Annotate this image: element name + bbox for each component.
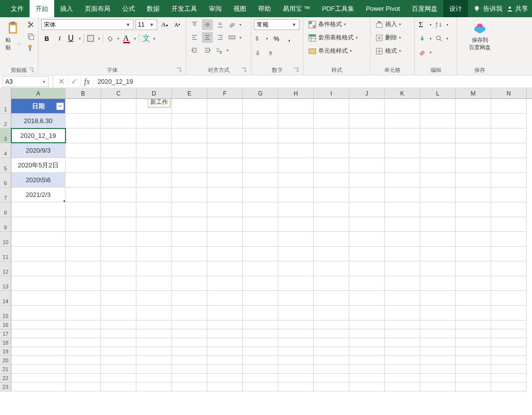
- cell[interactable]: [207, 291, 243, 305]
- cell[interactable]: [385, 291, 420, 305]
- cell-F7[interactable]: [207, 188, 243, 202]
- cell[interactable]: [243, 276, 278, 290]
- cell[interactable]: [136, 383, 172, 391]
- cell[interactable]: [101, 329, 136, 338]
- cell[interactable]: [491, 291, 527, 305]
- underline-button[interactable]: U▾: [67, 33, 82, 44]
- row-header-15[interactable]: 15: [0, 306, 11, 320]
- cell[interactable]: [172, 365, 207, 373]
- cell[interactable]: [66, 291, 101, 305]
- cell[interactable]: [172, 306, 207, 320]
- percent-button[interactable]: %: [271, 33, 282, 44]
- cell-C1[interactable]: [101, 99, 136, 113]
- cell[interactable]: [278, 383, 314, 391]
- cell-A14[interactable]: [11, 291, 66, 305]
- cell[interactable]: [491, 261, 527, 276]
- cell-A23[interactable]: [11, 383, 66, 391]
- sort-filter-button[interactable]: AZ▾: [434, 19, 449, 30]
- align-top-button[interactable]: [189, 19, 200, 30]
- currency-button[interactable]: $▾: [254, 33, 269, 44]
- cell[interactable]: [456, 247, 491, 261]
- tell-me[interactable]: 告诉我: [473, 4, 502, 13]
- cell-M4[interactable]: [456, 143, 491, 158]
- cell-M3[interactable]: [456, 128, 491, 143]
- format-as-table-button[interactable]: 套用表格格式▾: [306, 32, 360, 43]
- cell[interactable]: [491, 247, 527, 261]
- cell[interactable]: [243, 306, 278, 320]
- cell-E7[interactable]: [172, 188, 207, 202]
- dialog-launcher-icon[interactable]: [176, 67, 183, 74]
- increase-indent-button[interactable]: [202, 45, 213, 56]
- cell[interactable]: [207, 374, 243, 382]
- cell-D6[interactable]: [136, 173, 172, 187]
- col-header-A[interactable]: A: [11, 88, 66, 98]
- col-header-C[interactable]: C: [101, 88, 136, 98]
- cell[interactable]: [491, 365, 527, 373]
- cell[interactable]: [101, 320, 136, 329]
- cell[interactable]: [243, 347, 278, 355]
- cell-J5[interactable]: [349, 158, 385, 172]
- tab-insert[interactable]: 插入: [54, 0, 79, 17]
- cell-C6[interactable]: [101, 173, 136, 187]
- cell[interactable]: [491, 217, 527, 231]
- cell[interactable]: [349, 329, 385, 338]
- cell-M7[interactable]: [456, 188, 491, 202]
- cell-N2[interactable]: [491, 114, 527, 128]
- format-cells-button[interactable]: 格式▾: [373, 46, 403, 56]
- row-header-10[interactable]: 10: [0, 232, 11, 247]
- cell[interactable]: [456, 365, 491, 373]
- cell[interactable]: [207, 383, 243, 391]
- cell[interactable]: [349, 338, 385, 347]
- cell-C4[interactable]: [101, 143, 136, 158]
- cell-L7[interactable]: [420, 188, 456, 202]
- cell[interactable]: [349, 202, 385, 217]
- cell-A1[interactable]: 日期: [11, 99, 66, 113]
- cell-L1[interactable]: [420, 99, 456, 113]
- cell-I7[interactable]: [314, 188, 349, 202]
- cell-E5[interactable]: [172, 158, 207, 172]
- decrease-font-button[interactable]: A▾: [172, 19, 183, 30]
- cell[interactable]: [456, 306, 491, 320]
- cell-C2[interactable]: [101, 114, 136, 128]
- cell-K7[interactable]: [385, 188, 420, 202]
- cell-D5[interactable]: [136, 158, 172, 172]
- cell[interactable]: [207, 202, 243, 217]
- cell[interactable]: [207, 338, 243, 347]
- select-all-corner[interactable]: [0, 88, 11, 99]
- cell-styles-button[interactable]: 单元格样式▾: [306, 46, 360, 56]
- cell-A3[interactable]: 2020_12_19: [11, 128, 66, 143]
- cell[interactable]: [278, 276, 314, 290]
- row-header-23[interactable]: 23: [0, 383, 11, 391]
- cell[interactable]: [456, 356, 491, 364]
- insert-cells-button[interactable]: 插入▾: [373, 19, 403, 30]
- cell-B4[interactable]: [66, 143, 101, 158]
- cell[interactable]: [491, 276, 527, 290]
- cell[interactable]: [420, 329, 456, 338]
- cell[interactable]: [491, 356, 527, 364]
- cell[interactable]: [243, 329, 278, 338]
- row-header-7[interactable]: 7: [0, 188, 11, 202]
- cell-J7[interactable]: [349, 188, 385, 202]
- bold-button[interactable]: B: [41, 33, 52, 44]
- cell-G5[interactable]: [243, 158, 278, 172]
- share-button[interactable]: 共享: [506, 4, 528, 13]
- cell-I6[interactable]: [314, 173, 349, 187]
- format-painter-button[interactable]: [26, 43, 36, 54]
- align-right-button[interactable]: [215, 32, 226, 43]
- cell[interactable]: [243, 232, 278, 246]
- cell[interactable]: [314, 261, 349, 276]
- cell[interactable]: [207, 261, 243, 276]
- cell[interactable]: [243, 338, 278, 347]
- cell[interactable]: [314, 347, 349, 355]
- cell[interactable]: [207, 306, 243, 320]
- cell[interactable]: [385, 365, 420, 373]
- tab-yiyongbao[interactable]: 易用宝 ™: [277, 0, 316, 17]
- cell[interactable]: [243, 374, 278, 382]
- cell[interactable]: [101, 338, 136, 347]
- font-name-combo[interactable]: 宋体▾: [41, 19, 133, 30]
- cell[interactable]: [314, 291, 349, 305]
- cell[interactable]: [385, 202, 420, 217]
- cell[interactable]: [314, 338, 349, 347]
- cell[interactable]: [349, 347, 385, 355]
- cell-K5[interactable]: [385, 158, 420, 172]
